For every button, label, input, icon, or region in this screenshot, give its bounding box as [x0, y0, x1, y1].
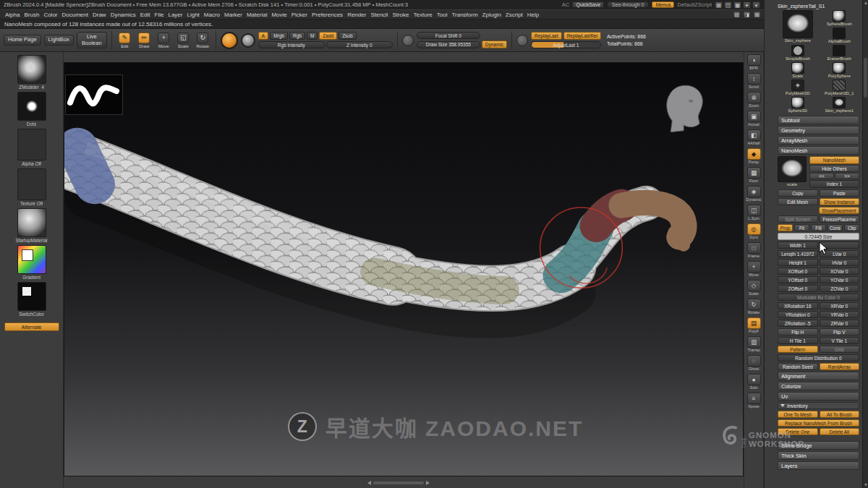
show-placement-button[interactable]: ShowPlacement: [819, 207, 860, 214]
paint-toggle[interactable]: M: [307, 32, 318, 40]
quicksave-button[interactable]: QuickSave: [572, 1, 604, 8]
delete-all-button[interactable]: Delete All: [820, 428, 860, 435]
shelf-button[interactable]: ● Solo: [745, 374, 762, 393]
paint-toggle[interactable]: Mrgb: [270, 32, 288, 40]
replay-icon[interactable]: [516, 35, 528, 46]
menu-item[interactable]: Stroke: [390, 11, 411, 19]
live-boolean-button[interactable]: Live Boolean: [77, 32, 107, 48]
menu-item[interactable]: Picker: [289, 11, 310, 19]
menu-item[interactable]: Document: [60, 11, 90, 19]
mode-button[interactable]: ✎ Edit: [116, 33, 133, 48]
paste-button[interactable]: Paste: [820, 189, 860, 197]
palette-section[interactable]: Alignment: [778, 372, 859, 380]
dynamic-toggle[interactable]: Dynamic: [482, 40, 507, 48]
menu-item[interactable]: Marker: [222, 11, 244, 19]
current-stroke-icon[interactable]: [241, 33, 255, 48]
nanomesh-slider[interactable]: HVar 0: [820, 259, 860, 266]
nanomesh-slider[interactable]: Height 1: [778, 259, 818, 266]
nanomesh-toggle-button[interactable]: NanoMesh: [809, 156, 859, 164]
shelf-button[interactable]: □ Frame: [745, 242, 762, 261]
scroll-right-icon[interactable]: [426, 481, 430, 485]
tray-tile[interactable]: Texture Off: [6, 168, 58, 206]
flip-h-button[interactable]: Flip H: [778, 328, 818, 335]
menubar-icon[interactable]: ▧: [733, 11, 741, 18]
freeze-placement-button[interactable]: FreezePlaceme: [820, 215, 860, 223]
horizontal-scrollbar[interactable]: [367, 481, 430, 485]
random-seed-button[interactable]: Random Seed: [778, 363, 818, 370]
shelf-button[interactable]: ⊕ Zoom: [745, 92, 762, 111]
scroll-down-icon[interactable]: [864, 484, 867, 487]
menu-item[interactable]: Zscript: [503, 11, 525, 19]
menu-item[interactable]: Movie: [269, 11, 289, 19]
tool-thumbnail[interactable]: Skin_zsphere1: [820, 97, 860, 113]
menu-item[interactable]: Stencil: [368, 11, 390, 19]
current-brush-icon[interactable]: [221, 32, 238, 49]
pattern-button[interactable]: Pattern: [778, 346, 818, 353]
edit-mesh-button[interactable]: Edit Mesh: [778, 198, 818, 205]
hide-others-button[interactable]: Hide Others: [809, 165, 859, 173]
stroke-curve-icon[interactable]: [402, 35, 414, 46]
tool-thumbnail[interactable]: PolyMesh3D_1: [820, 80, 860, 95]
nanomesh-slider[interactable]: YOffset 0: [778, 276, 818, 283]
inventory-header[interactable]: Inventory: [778, 402, 859, 409]
shelf-button[interactable]: ◑ BPR: [745, 54, 762, 73]
menu-item[interactable]: Draw: [90, 11, 109, 19]
titlebar-icon[interactable]: ▦: [733, 1, 741, 9]
sculpt-toggle[interactable]: Zadd: [319, 32, 337, 40]
tool-thumbnail[interactable]: PolyMesh3D: [778, 80, 818, 95]
tool-thumbnail[interactable]: SphereBrush: [820, 10, 860, 26]
menu-item[interactable]: Preferences: [310, 11, 345, 19]
focal-shift-slider[interactable]: Focal Shift 0: [417, 32, 480, 39]
grid-button[interactable]: Grid: [820, 346, 860, 353]
titlebar-icon[interactable]: ◫: [724, 1, 732, 9]
shelf-button[interactable]: ◇ Scale: [745, 280, 762, 299]
palette-section[interactable]: Geometry: [778, 126, 859, 134]
menu-item[interactable]: Texture: [412, 11, 435, 19]
tray-tile[interactable]: ZModeler_4: [6, 55, 58, 90]
tool-thumbnail[interactable]: Sphere3D: [778, 97, 818, 113]
viewport[interactable]: Z 早道大咖 ZAODAO.NET: [64, 52, 744, 488]
index-slider[interactable]: Index 1: [809, 180, 859, 188]
shelf-button[interactable]: ◫ L.Sym: [745, 205, 762, 223]
nanomesh-slider[interactable]: YRVar 0: [820, 311, 860, 318]
tray-tile[interactable]: StartupMaterial: [6, 208, 58, 243]
one-to-mesh-button[interactable]: One To Mesh: [778, 411, 818, 418]
see-through-slider[interactable]: See-through 0: [607, 1, 649, 8]
menu-item[interactable]: Material: [244, 11, 269, 19]
menus-button[interactable]: Menus: [652, 1, 674, 8]
menu-item[interactable]: File: [153, 11, 166, 19]
split-screen-button[interactable]: Split Screen: [778, 215, 818, 223]
tool-thumbnail[interactable]: EraserBrush: [820, 45, 860, 61]
shelf-button[interactable]: ◈ Dynamic: [745, 186, 762, 205]
tool-thumbnail[interactable]: SimpleBrush: [778, 45, 818, 61]
palette-section[interactable]: Colorize: [778, 382, 859, 390]
rand-array-button[interactable]: RandArray: [820, 363, 860, 370]
shelf-button[interactable]: ◎ Gyro: [745, 223, 762, 242]
panel-scroll-handle[interactable]: [864, 58, 867, 98]
titlebar-icon[interactable]: ▾: [752, 1, 760, 9]
nanomesh-slider[interactable]: XRVar 0: [820, 302, 860, 309]
sculpt-toggle[interactable]: Zsub: [339, 32, 356, 40]
shelf-button[interactable]: ≡ Xpose: [745, 393, 762, 411]
tool-thumbnail[interactable]: Skin_zsphere: [778, 10, 818, 43]
size-slider[interactable]: 0.72445 Size: [778, 233, 859, 240]
tool-thumbnail[interactable]: PolySphere: [820, 62, 860, 78]
palette-section[interactable]: ArrayMesh: [778, 136, 859, 145]
palette-section[interactable]: Subtool: [778, 116, 859, 124]
tray-tile[interactable]: Dots: [6, 92, 58, 127]
nanomesh-slider[interactable]: ZOVar 0: [820, 285, 860, 292]
copy-button[interactable]: Copy: [778, 189, 818, 197]
menubar-icon[interactable]: ▤: [753, 11, 761, 18]
shelf-button[interactable]: ↻ Rotate: [745, 299, 762, 317]
palette-section[interactable]: Layers: [778, 461, 859, 470]
shelf-button[interactable]: ▣ Actual: [745, 111, 762, 129]
palette-section[interactable]: Thick Skin: [778, 451, 859, 460]
menu-item[interactable]: Edit: [138, 11, 153, 19]
replay-last-button[interactable]: ReplayLast: [531, 32, 562, 40]
menu-item[interactable]: Alpha: [3, 11, 22, 19]
menu-item[interactable]: Macro: [202, 11, 222, 19]
rgb-intensity-slider[interactable]: Rgb Intensity: [258, 41, 325, 48]
mode-button[interactable]: ✏ Draw: [136, 33, 153, 48]
scroll-up-icon[interactable]: [864, 1, 867, 4]
shelf-button[interactable]: ▤ PolyF: [745, 317, 762, 336]
